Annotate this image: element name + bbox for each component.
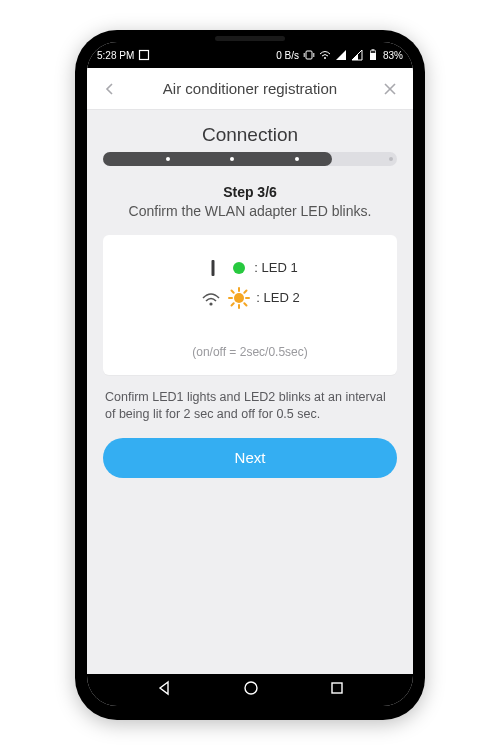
nav-home-button[interactable] <box>242 679 260 701</box>
timing-note: (on/off = 2sec/0.5sec) <box>111 345 389 359</box>
nav-back-button[interactable] <box>156 679 174 701</box>
app-header: Air conditioner registration <box>87 68 413 110</box>
svg-point-23 <box>245 682 257 694</box>
led2-label: : LED 2 <box>256 290 299 305</box>
status-data-rate: 0 B/s <box>276 50 299 61</box>
status-bar: 5:28 PM 0 B/s <box>87 42 413 68</box>
led1-solid-icon <box>230 259 248 277</box>
svg-rect-1 <box>306 51 312 59</box>
svg-point-4 <box>324 57 326 59</box>
wifi-adapter-icon <box>200 287 222 309</box>
nav-recent-button[interactable] <box>329 680 345 700</box>
instruction-text: Confirm LED1 lights and LED2 blinks at a… <box>103 389 397 424</box>
nav-back-icon <box>156 679 174 697</box>
vibrate-icon <box>303 49 315 61</box>
signal-icon-2 <box>351 49 363 61</box>
close-icon <box>383 82 397 96</box>
step-description: Confirm the WLAN adapter LED blinks. <box>103 202 397 221</box>
notification-icon <box>138 49 150 61</box>
status-battery: 83% <box>383 50 403 61</box>
led1-row: : LED 1 <box>202 257 297 279</box>
next-button[interactable]: Next <box>103 438 397 478</box>
nav-home-icon <box>242 679 260 697</box>
progress-dot <box>166 157 170 161</box>
battery-icon <box>367 49 379 61</box>
content: Connection Step 3/6 Confirm the WLAN ada… <box>87 110 413 674</box>
progress-dot <box>389 157 393 161</box>
svg-line-18 <box>232 290 234 292</box>
section-title: Connection <box>103 124 397 146</box>
svg-rect-6 <box>371 49 374 50</box>
svg-marker-22 <box>160 682 168 694</box>
screen: 5:28 PM 0 B/s <box>87 42 413 706</box>
chevron-left-icon <box>103 82 117 96</box>
led1-label: : LED 1 <box>254 260 297 275</box>
svg-rect-0 <box>140 51 149 60</box>
svg-line-21 <box>232 303 234 305</box>
progress-dot <box>295 157 299 161</box>
progress-bar <box>103 152 397 166</box>
close-button[interactable] <box>375 68 405 109</box>
adapter-top-icon <box>202 257 224 279</box>
led2-blink-icon <box>228 287 250 309</box>
status-time: 5:28 PM <box>97 50 134 61</box>
svg-point-13 <box>234 293 244 303</box>
step-label: Step 3/6 <box>103 184 397 200</box>
page-title: Air conditioner registration <box>163 80 337 97</box>
phone-frame: 5:28 PM 0 B/s <box>75 30 425 720</box>
svg-line-19 <box>245 303 247 305</box>
svg-point-12 <box>210 302 213 305</box>
led-card: : LED 1 <box>103 235 397 375</box>
led2-row: : LED 2 <box>200 287 299 309</box>
progress-dot <box>230 157 234 161</box>
svg-point-11 <box>233 262 245 274</box>
svg-rect-7 <box>371 51 376 53</box>
android-nav-bar <box>87 674 413 706</box>
svg-rect-10 <box>212 260 215 276</box>
svg-line-20 <box>245 290 247 292</box>
nav-recent-icon <box>329 680 345 696</box>
back-button[interactable] <box>95 68 125 109</box>
svg-rect-24 <box>332 683 342 693</box>
signal-icon <box>335 49 347 61</box>
wifi-icon <box>319 49 331 61</box>
